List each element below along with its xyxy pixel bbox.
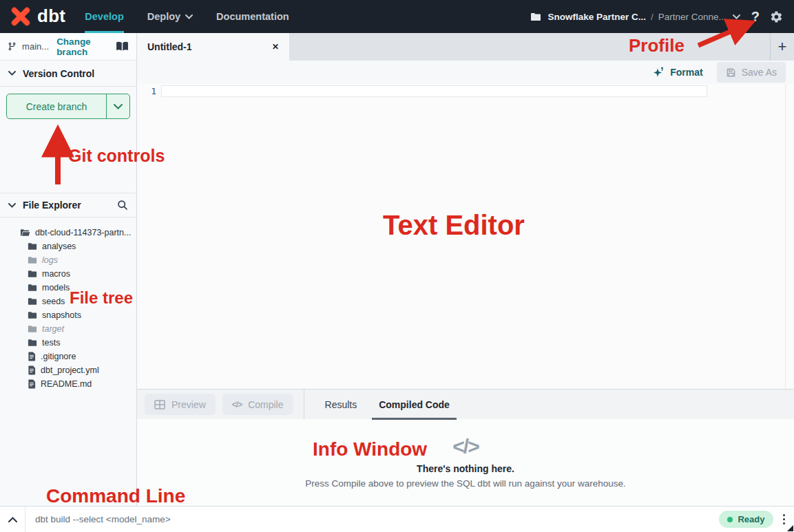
file-icon [28, 352, 36, 361]
file-tree-item[interactable]: .gitignore [0, 350, 136, 363]
search-icon[interactable] [117, 200, 128, 211]
file-tree-item-label: analyses [42, 242, 76, 251]
file-tree-item-label: logs [42, 255, 58, 265]
close-tab-icon[interactable]: ✕ [272, 42, 279, 52]
file-tree-item[interactable]: tests [0, 336, 136, 350]
compile-button[interactable]: </> Compile [222, 394, 293, 415]
tab-compiled-code-label: Compiled Code [379, 399, 450, 410]
chevron-down-icon [8, 203, 16, 208]
branch-bar: main... Change branch [0, 33, 136, 61]
command-input[interactable]: dbt build --select <model_name> [25, 514, 719, 524]
expand-command-bar-button[interactable] [0, 507, 25, 532]
tab-results[interactable]: Results [314, 390, 368, 420]
main-nav: Develop Deploy Documentation [85, 0, 312, 33]
chevron-down-icon [114, 104, 123, 109]
file-tree-item[interactable]: analyses [0, 240, 136, 253]
save-as-button[interactable]: Save As [717, 62, 786, 83]
folder-icon [28, 311, 37, 319]
open-folder-icon [20, 228, 30, 237]
file-explorer-header[interactable]: File Explorer [0, 193, 136, 217]
git-branch-icon [8, 41, 17, 52]
tab-results-label: Results [325, 399, 357, 410]
file-tree-item[interactable]: seeds [0, 295, 136, 308]
editor-toolbar: Format Save As [137, 61, 794, 84]
new-tab-button[interactable]: + [770, 33, 794, 61]
nav-deploy-label: Deploy [147, 11, 180, 22]
file-tree-item[interactable]: target [0, 322, 136, 336]
code-editor[interactable]: 1 [137, 84, 794, 389]
nav-develop[interactable]: Develop [85, 0, 123, 33]
folder-icon [28, 284, 37, 292]
line-number: 1 [137, 86, 156, 96]
project-name[interactable]: Partner Conne... [658, 12, 727, 22]
version-control-header[interactable]: Version Control [0, 61, 136, 87]
file-tree-item[interactable]: logs [0, 253, 136, 267]
nav-deploy[interactable]: Deploy [147, 0, 193, 33]
preview-button[interactable]: Preview [145, 394, 216, 415]
editor-column: Untitled-1 ✕ + Format Save As 1 [137, 33, 794, 506]
file-tree-item[interactable]: README.md [0, 377, 136, 391]
nav-documentation-label: Documentation [216, 11, 289, 22]
format-button[interactable]: Format [653, 67, 702, 78]
editor-tabbar: Untitled-1 ✕ + [137, 33, 794, 61]
table-icon [154, 400, 165, 409]
project-account[interactable]: Snowflake Partner C... [547, 12, 646, 22]
tabbar-spacer [289, 33, 770, 61]
chevron-down-icon [8, 71, 16, 76]
create-branch-dropdown[interactable] [107, 94, 129, 118]
code-icon: </> [452, 436, 478, 457]
folder-icon [530, 12, 541, 21]
file-tree-item-label: seeds [42, 297, 65, 306]
panel-divider [304, 390, 304, 419]
help-icon[interactable]: ? [751, 9, 760, 25]
sparkle-icon [653, 67, 665, 78]
empty-state-title: There's nothing here. [417, 463, 514, 474]
settings-gear-icon[interactable] [770, 10, 783, 23]
nav-develop-label: Develop [85, 11, 123, 22]
file-tree-item[interactable]: dbt_project.yml [0, 363, 136, 377]
file-tree: dbt-cloud-114373-partn... analyses logs … [0, 217, 136, 506]
project-separator: / [651, 12, 654, 22]
folder-icon [28, 325, 37, 333]
main-content-row: main... Change branch Version Control Cr… [0, 33, 794, 506]
folder-icon [28, 242, 37, 251]
file-tree-item-label: snapshots [42, 310, 81, 320]
nav-documentation[interactable]: Documentation [216, 0, 289, 33]
file-explorer-title: File Explorer [23, 200, 81, 211]
editor-tab-label: Untitled-1 [147, 41, 192, 52]
folder-icon [28, 339, 37, 347]
editor-active-line[interactable] [161, 85, 707, 97]
chevron-up-icon [8, 517, 17, 522]
command-bar: dbt build --select <model_name> Ready [0, 506, 794, 532]
file-tree-root-label: dbt-cloud-114373-partn... [35, 228, 131, 237]
file-icon [28, 365, 36, 375]
file-tree-root[interactable]: dbt-cloud-114373-partn... [0, 226, 136, 240]
resize-handle[interactable] [787, 525, 793, 531]
kebab-menu-icon[interactable] [783, 514, 786, 525]
save-as-label: Save As [742, 67, 777, 78]
file-tree-item[interactable]: models [0, 281, 136, 295]
file-tree-children: analyses logs macros models seeds snapsh… [0, 240, 136, 391]
create-branch-label: Create branch [7, 94, 106, 118]
dbt-cloud-ide: dbt Develop Deploy Documentation Snowfla… [0, 0, 794, 532]
folder-icon [28, 297, 37, 306]
info-panel-header: Preview </> Compile Results Compiled Cod… [137, 389, 794, 419]
docs-book-icon[interactable] [116, 41, 129, 52]
chevron-down-icon [185, 14, 193, 19]
status-label: Ready [738, 514, 764, 524]
status-badge: Ready [719, 511, 773, 528]
file-tree-item[interactable]: macros [0, 267, 136, 281]
tab-compiled-code[interactable]: Compiled Code [368, 390, 461, 420]
file-tree-item[interactable]: snapshots [0, 308, 136, 322]
file-tree-item-label: tests [42, 338, 60, 348]
editor-tab-untitled-1[interactable]: Untitled-1 ✕ [137, 33, 289, 61]
empty-state-subtitle: Press Compile above to preview the SQL d… [305, 478, 626, 489]
dbt-logo-icon [10, 6, 32, 28]
info-panel-body: </> There's nothing here. Press Compile … [137, 419, 794, 506]
change-branch-link[interactable]: Change branch [56, 36, 116, 57]
chevron-down-icon[interactable] [733, 14, 740, 19]
create-branch-button[interactable]: Create branch [6, 94, 130, 119]
sidebar: main... Change branch Version Control Cr… [0, 33, 137, 506]
file-tree-item-label: .gitignore [41, 352, 76, 361]
dbt-logo-text: dbt [37, 7, 65, 25]
